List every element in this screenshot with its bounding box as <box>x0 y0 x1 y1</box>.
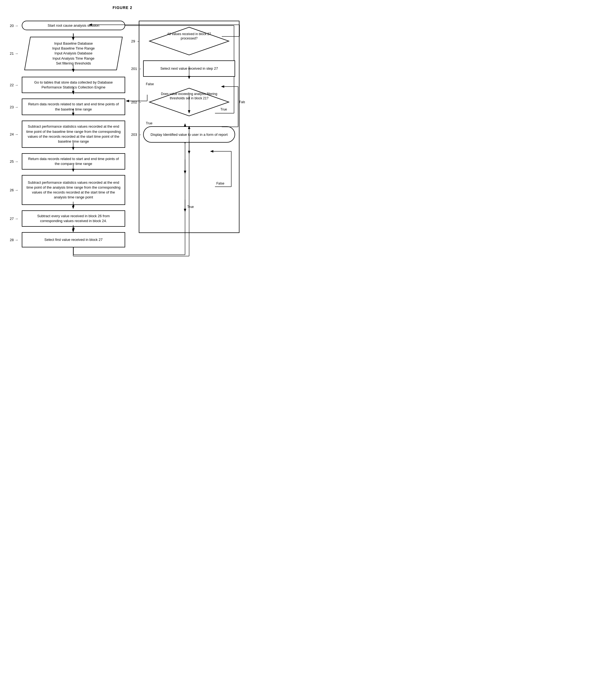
label-23: 23 → <box>10 105 18 109</box>
rect-23: Return data records related to start and… <box>22 99 125 115</box>
page-title: FIGURE 2 <box>5 5 240 10</box>
block-23: 23 → Return data records related to star… <box>22 99 125 115</box>
false-label-201: False <box>143 82 235 86</box>
false-label-202: False <box>239 100 245 104</box>
stadium-20: Start root cause analysis session <box>22 21 125 30</box>
rect-24: Subtract performance statistics values r… <box>22 121 125 148</box>
label-22: 22 → <box>10 83 18 87</box>
block-22: 22 → Go to tables that store data collec… <box>22 77 125 93</box>
label-20: 20 → <box>10 23 18 27</box>
rect-26: Subtract performance statistics values r… <box>22 175 125 205</box>
block-202: 202 → Does value exceeding analysis filt… <box>143 87 235 117</box>
label-21: 21 → <box>10 51 18 55</box>
block-203: 203 → Display Identified value to user i… <box>143 126 235 143</box>
rect-25: Return data records related to start and… <box>22 153 125 170</box>
block-28: 28 → Select first value received in bloc… <box>22 232 125 247</box>
diamond-202-text: Does value exceeding analysis filtering … <box>161 92 218 100</box>
label-24: 24 → <box>10 132 18 136</box>
diamond-29-text: All values received in block 27 processe… <box>167 32 211 40</box>
block-27: 27 → Subtract every value received in bl… <box>22 210 125 227</box>
block-21: 21 → Input Baseline Database Input Basel… <box>22 37 125 70</box>
rect-22: Go to tables that store data collected b… <box>22 77 125 93</box>
true-label-202: True <box>143 121 235 125</box>
block-201: 201 → Select next value received in step… <box>143 60 235 77</box>
rect-27: Subtract every value received in block 2… <box>22 210 125 227</box>
label-201: 201 → <box>131 67 142 71</box>
block-29: 29 → All values received in block 27 pro… <box>143 26 235 56</box>
label-29: 29 → <box>131 39 140 43</box>
label-203: 203 → <box>131 132 142 136</box>
label-25: 25 → <box>10 159 18 163</box>
label-26: 26 → <box>10 188 18 192</box>
label-27: 27 → <box>10 217 18 221</box>
block-25: 25 → Return data records related to star… <box>22 153 125 170</box>
block-26: 26 → Subtract performance statistics val… <box>22 175 125 205</box>
parallelogram-21: Input Baseline Database Input Baseline T… <box>22 37 125 70</box>
block-20: 20 → Start root cause analysis session <box>22 21 125 30</box>
label-202: 202 → <box>131 100 142 104</box>
block-24: 24 → Subtract performance statistics val… <box>22 121 125 148</box>
stadium-203: Display Identified value to user in a fo… <box>143 126 235 143</box>
label-28: 28 → <box>10 238 18 242</box>
rect-201: Select next value received in step 27 <box>143 60 235 77</box>
rect-28: Select first value received in block 27 <box>22 232 125 247</box>
